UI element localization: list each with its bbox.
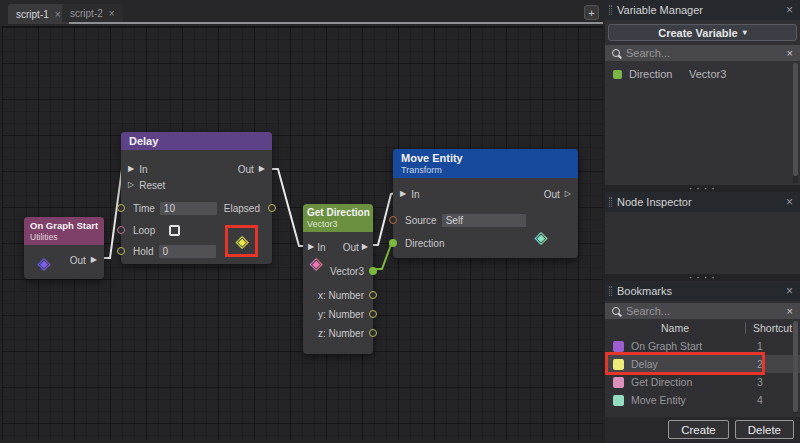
node-row: x: Number <box>303 288 373 302</box>
scrollbar-thumb[interactable] <box>793 321 798 412</box>
delete-bookmark-button[interactable]: Delete <box>735 420 794 439</box>
add-tab-button[interactable]: + <box>584 5 599 20</box>
create-variable-button[interactable]: Create Variable ▾ <box>608 24 797 41</box>
bookmark-row[interactable]: Get Direction 3 <box>605 373 800 391</box>
node-row: ▶ In Out ▶ <box>121 162 272 176</box>
y-output-port[interactable] <box>369 310 377 318</box>
x-output-label: x: Number <box>318 290 364 301</box>
bookmark-row[interactable]: Move Entity 4 <box>605 391 800 409</box>
variable-name: Direction <box>629 68 682 80</box>
source-port[interactable] <box>389 216 397 224</box>
z-output-label: z: Number <box>318 328 364 339</box>
time-port[interactable] <box>117 204 125 212</box>
scrollbar-track[interactable] <box>793 321 798 415</box>
elapsed-port[interactable] <box>268 204 276 212</box>
shortcut-column-header: Shortcut <box>745 322 792 334</box>
exec-out-port[interactable]: ▶ <box>362 243 368 251</box>
search-icon <box>612 49 620 57</box>
exec-in-port[interactable]: ▶ <box>400 190 406 198</box>
out-port-label: Out <box>70 255 86 266</box>
node-title: Move Entity <box>401 152 570 164</box>
visual-script-editor: script-1 × script-2 × + On Graph Start U… <box>0 0 800 443</box>
bookmark-diamond-icon[interactable]: ◈ <box>532 229 550 246</box>
panel-title: Variable Manager <box>617 4 786 16</box>
hold-label: Hold <box>133 246 154 257</box>
node-header[interactable]: On Graph Start Utilities <box>24 217 104 245</box>
tab-close-icon[interactable]: × <box>55 9 61 20</box>
bookmarks-header[interactable]: Bookmarks × <box>605 281 800 301</box>
loop-checkbox[interactable] <box>169 225 180 236</box>
right-sidebar: Variable Manager × Create Variable ▾ × D… <box>605 0 800 443</box>
exec-in-port[interactable]: ▶ <box>128 165 134 173</box>
exec-out-port[interactable]: ▷ <box>565 190 571 198</box>
node-get-direction[interactable]: Get Direction Vector3 ▶ In Out ▶ Vector3… <box>303 204 373 354</box>
bookmark-name: Get Direction <box>631 376 745 388</box>
variable-search-input[interactable] <box>626 47 781 59</box>
node-subtitle: Utilities <box>30 232 98 242</box>
variable-type: Vector3 <box>689 68 726 80</box>
node-on-graph-start[interactable]: On Graph Start Utilities Out ▶ ◈ <box>24 217 104 279</box>
node-inspector-header[interactable]: Node Inspector × <box>605 192 800 212</box>
node-header[interactable]: Get Direction Vector3 <box>303 204 373 232</box>
panel-title: Node Inspector <box>617 196 786 208</box>
source-input[interactable] <box>442 214 526 227</box>
tab-bar-underline <box>57 22 603 24</box>
z-output-port[interactable] <box>369 329 377 337</box>
variable-row[interactable]: Direction Vector3 <box>605 66 800 82</box>
tab-close-icon[interactable]: × <box>109 8 115 19</box>
clear-search-icon[interactable]: × <box>787 306 793 317</box>
highlight-box-delay-diamond <box>225 225 258 257</box>
bookmark-diamond-icon[interactable]: ◈ <box>307 255 325 272</box>
variable-manager-header[interactable]: Variable Manager × <box>605 0 800 20</box>
bookmarks-search-input[interactable] <box>626 305 781 317</box>
scrollbar-thumb[interactable] <box>793 63 798 176</box>
hold-port[interactable] <box>117 247 125 255</box>
time-input[interactable] <box>160 202 217 215</box>
node-move-entity[interactable]: Move Entity Transform ▶ In Out ▷ Source … <box>393 149 578 258</box>
close-icon[interactable]: × <box>786 285 793 297</box>
create-bookmark-button[interactable]: Create <box>668 420 729 439</box>
loop-port[interactable] <box>117 226 125 234</box>
exec-out-port[interactable]: ▶ <box>91 256 97 264</box>
tab-script-1[interactable]: script-1 × <box>8 4 69 24</box>
clear-search-icon[interactable]: × <box>787 48 793 59</box>
tab-script-2-label: script-2 <box>70 8 103 19</box>
tab-script-1-label: script-1 <box>16 9 49 20</box>
vector3-output-port[interactable] <box>369 267 377 275</box>
exec-in-port[interactable]: ▶ <box>308 243 314 251</box>
direction-port[interactable] <box>389 239 397 247</box>
variable-manager-panel: Variable Manager × Create Variable ▾ × D… <box>605 0 800 185</box>
variable-list: Direction Vector3 <box>605 61 800 185</box>
node-row: Source <box>393 213 578 227</box>
exec-out-port[interactable]: ▶ <box>259 165 265 173</box>
hold-input[interactable] <box>159 245 216 258</box>
node-row: Time Elapsed <box>121 201 272 215</box>
node-header[interactable]: Move Entity Transform <box>393 149 578 178</box>
exec-reset-port[interactable]: ▷ <box>128 181 134 189</box>
bookmark-shortcut: 4 <box>745 394 763 406</box>
panel-drag-dots-icon <box>609 5 612 15</box>
node-header[interactable]: Delay <box>121 132 272 150</box>
column-divider <box>745 322 746 334</box>
bookmarks-table-header: Name Shortcut <box>605 319 800 337</box>
panel-resize-handle[interactable]: · · · · <box>605 274 800 281</box>
chevron-down-icon: ▾ <box>743 28 747 37</box>
out-port-label: Out <box>343 242 359 253</box>
scrollbar-track[interactable] <box>793 63 798 183</box>
graph-canvas[interactable]: On Graph Start Utilities Out ▶ ◈ Delay ▶… <box>2 26 603 441</box>
close-icon[interactable]: × <box>786 4 793 16</box>
panel-title: Bookmarks <box>617 285 786 297</box>
search-icon <box>612 307 620 315</box>
node-inspector-body <box>605 212 800 274</box>
bookmark-color-swatch <box>613 341 624 352</box>
bookmark-color-swatch <box>613 377 624 388</box>
tab-script-2[interactable]: script-2 × <box>62 4 123 22</box>
close-icon[interactable]: × <box>786 196 793 208</box>
x-output-port[interactable] <box>369 291 377 299</box>
node-inspector-panel: Node Inspector × <box>605 192 800 274</box>
in-port-label: In <box>317 242 325 253</box>
direction-label: Direction <box>405 238 444 249</box>
node-title: Delay <box>129 135 264 147</box>
panel-resize-handle[interactable]: · · · · <box>605 185 800 192</box>
bookmark-diamond-icon[interactable]: ◈ <box>35 255 53 272</box>
